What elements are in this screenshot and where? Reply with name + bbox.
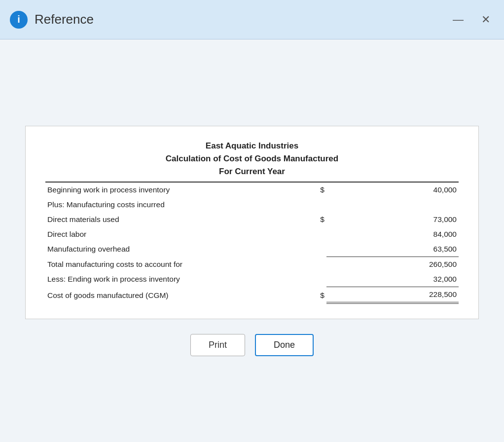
company-name: East Aquatic Industries <box>45 141 459 151</box>
report-period: For Current Year <box>45 167 459 177</box>
row-dollar-sign: $ <box>293 287 326 303</box>
table-row: Direct labor84,000 <box>45 227 459 242</box>
row-dollar-sign <box>293 197 326 212</box>
table-row: Total manufacturing costs to account for… <box>45 257 459 272</box>
done-button[interactable]: Done <box>255 334 314 356</box>
row-amount: 40,000 <box>326 183 459 197</box>
row-label: Total manufacturing costs to account for <box>45 257 293 272</box>
row-dollar-sign <box>293 272 326 287</box>
row-amount: 63,500 <box>326 242 459 257</box>
report-card: East Aquatic Industries Calculation of C… <box>25 126 479 319</box>
print-button[interactable]: Print <box>190 334 245 356</box>
row-amount: 73,000 <box>326 212 459 227</box>
row-dollar-sign: $ <box>293 212 326 227</box>
row-dollar-sign <box>293 227 326 242</box>
row-label: Beginning work in process inventory <box>45 183 293 197</box>
title-bar: i Reference — ✕ <box>0 0 504 39</box>
table-row: Plus: Manufacturing costs incurred <box>45 197 459 212</box>
row-dollar-sign <box>293 242 326 257</box>
row-amount: 84,000 <box>326 227 459 242</box>
row-label: Cost of goods manufactured (CGM) <box>45 287 293 303</box>
close-button[interactable]: ✕ <box>477 12 494 27</box>
row-label: Plus: Manufacturing costs incurred <box>45 197 293 212</box>
table-row: Less: Ending work in process inventory32… <box>45 272 459 287</box>
financial-table: Beginning work in process inventory$40,0… <box>45 183 459 304</box>
title-controls: — ✕ <box>449 12 494 27</box>
table-row: Direct materials used$73,000 <box>45 212 459 227</box>
report-header: East Aquatic Industries Calculation of C… <box>45 141 459 177</box>
info-icon: i <box>10 11 28 29</box>
row-label: Manufacturing overhead <box>45 242 293 257</box>
row-amount: 32,000 <box>326 272 459 287</box>
window-title: Reference <box>35 12 94 27</box>
row-dollar-sign <box>293 257 326 272</box>
table-row: Manufacturing overhead63,500 <box>45 242 459 257</box>
report-title: Calculation of Cost of Goods Manufacture… <box>45 154 459 164</box>
table-row: Beginning work in process inventory$40,0… <box>45 183 459 197</box>
title-left: i Reference <box>10 11 94 29</box>
row-label: Direct materials used <box>45 212 293 227</box>
row-label: Direct labor <box>45 227 293 242</box>
content-area: East Aquatic Industries Calculation of C… <box>0 39 504 442</box>
minimize-button[interactable]: — <box>449 12 468 27</box>
button-row: Print Done <box>190 334 314 356</box>
row-amount: 260,500 <box>326 257 459 272</box>
table-row: Cost of goods manufactured (CGM)$228,500 <box>45 287 459 303</box>
row-amount <box>326 197 459 212</box>
row-label: Less: Ending work in process inventory <box>45 272 293 287</box>
row-dollar-sign: $ <box>293 183 326 197</box>
row-amount: 228,500 <box>326 287 459 303</box>
